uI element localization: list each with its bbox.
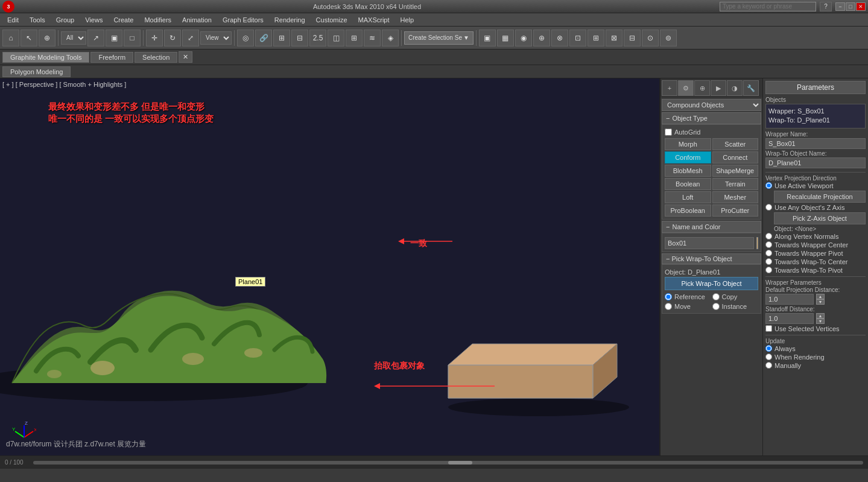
render-btn8[interactable]: ⊠	[606, 30, 622, 46]
render-btn1[interactable]: ▣	[479, 30, 496, 46]
render-btn2[interactable]: ▦	[497, 30, 514, 46]
default-proj-dist-input[interactable]	[765, 294, 814, 305]
use-active-viewport-radio[interactable]	[765, 182, 772, 189]
tab-selection[interactable]: Selection	[135, 52, 177, 63]
tab-graphite[interactable]: Graphite Modeling Tools	[2, 52, 89, 63]
use-selected-vertices-checkbox[interactable]	[765, 325, 772, 332]
minimize-button[interactable]: −	[835, 2, 845, 11]
panel-tab-display[interactable]: ◑	[727, 80, 743, 96]
render-btn9[interactable]: ⊟	[624, 30, 641, 46]
home-btn[interactable]: ⌂	[2, 30, 19, 46]
wrapper-name-input[interactable]	[765, 138, 866, 149]
graph-btn[interactable]: ≋	[364, 30, 381, 46]
help-icon[interactable]: ?	[820, 2, 832, 11]
view-dropdown[interactable]: View	[200, 31, 232, 45]
autogrid-checkbox[interactable]	[665, 128, 672, 136]
menu-tools[interactable]: Tools	[25, 15, 50, 25]
render-btn7[interactable]: ⊞	[588, 30, 604, 46]
viewport[interactable]: [ + ] [ Perspective ] [ Smooth + Highlig…	[0, 78, 660, 455]
menu-maxscript[interactable]: MAXScript	[353, 15, 394, 25]
copy-radio[interactable]	[712, 293, 720, 300]
mesher-button[interactable]: Mesher	[712, 191, 759, 203]
terrain-button[interactable]: Terrain	[712, 178, 759, 190]
color-swatch[interactable]	[756, 237, 758, 249]
panel-tab-create[interactable]: +	[662, 80, 677, 96]
loft-button[interactable]: Loft	[665, 191, 711, 203]
menu-create[interactable]: Create	[109, 15, 138, 25]
statusbar-scrollbar[interactable]	[33, 461, 863, 465]
subtoolbar-close[interactable]: ✕	[179, 51, 192, 63]
tab-polygon-modeling[interactable]: Polygon Modeling	[2, 66, 71, 77]
render-btn11[interactable]: ⊚	[660, 30, 677, 46]
select-region-btn[interactable]: ▣	[106, 30, 122, 46]
menu-edit[interactable]: Edit	[2, 15, 24, 25]
percent-btn[interactable]: 2.5	[309, 30, 326, 46]
default-proj-dist-up[interactable]: ▲	[816, 294, 825, 299]
boolean-button[interactable]: Boolean	[665, 178, 711, 190]
freeform-btn[interactable]: ⊕	[39, 30, 55, 46]
along-vertex-normals-radio[interactable]	[765, 233, 772, 239]
scatter-button[interactable]: Scatter	[712, 138, 759, 150]
towards-wrapper-center-radio[interactable]	[765, 241, 772, 248]
material-btn[interactable]: ◈	[382, 30, 399, 46]
tab-freeform[interactable]: Freeform	[90, 52, 133, 63]
morph-button[interactable]: Morph	[665, 138, 711, 150]
use-any-z-radio[interactable]	[765, 204, 772, 211]
standoff-dist-up[interactable]: ▲	[816, 313, 825, 319]
menu-rendering[interactable]: Rendering	[270, 15, 310, 25]
blobmesh-button[interactable]: BlobMesh	[665, 165, 711, 177]
when-rendering-radio[interactable]	[765, 354, 772, 360]
close-button[interactable]: ✕	[856, 2, 866, 11]
render-btn10[interactable]: ⊙	[642, 30, 659, 46]
align-btn[interactable]: ⊞	[346, 30, 363, 46]
menu-modifiers[interactable]: Modifiers	[139, 15, 176, 25]
select-window-btn[interactable]: □	[124, 30, 141, 46]
panel-tab-utilities[interactable]: 🔧	[743, 80, 759, 96]
maximize-button[interactable]: □	[846, 2, 855, 11]
shapemerge-button[interactable]: ShapeMerge	[712, 165, 759, 177]
name-color-header[interactable]: − Name and Color	[662, 221, 761, 233]
instance-radio[interactable]	[712, 303, 720, 310]
recalculate-btn[interactable]: Recalculate Projection	[774, 191, 866, 203]
connect-button[interactable]: Connect	[712, 151, 759, 163]
pick-wrap-header[interactable]: − Pick Wrap-To Object	[662, 253, 761, 264]
filter-dropdown[interactable]: All	[61, 31, 86, 45]
menu-group[interactable]: Group	[51, 15, 80, 25]
snap2-btn[interactable]: ⊟	[291, 30, 308, 46]
always-radio[interactable]	[765, 345, 772, 352]
rotate-btn[interactable]: ↻	[164, 30, 181, 46]
object-type-header[interactable]: − Object Type	[662, 112, 761, 124]
select-btn[interactable]: ↖	[21, 30, 37, 46]
scrollbar-thumb[interactable]	[448, 461, 472, 465]
proboolean-button[interactable]: ProBoolean	[665, 205, 711, 217]
standoff-dist-input[interactable]	[765, 313, 814, 324]
create-selection-button[interactable]: Create Selection Se ▼	[404, 31, 474, 45]
pivot-btn[interactable]: ◎	[237, 30, 254, 46]
select-arrow-btn[interactable]: ↗	[87, 30, 104, 46]
manually-radio[interactable]	[765, 362, 772, 369]
panel-tab-modify[interactable]: ⚙	[678, 80, 694, 96]
procutter-button[interactable]: ProCutter	[712, 205, 759, 217]
mirror-btn[interactable]: ◫	[328, 30, 344, 46]
menu-views[interactable]: Views	[80, 15, 107, 25]
snap-btn[interactable]: ⊞	[273, 30, 290, 46]
link-btn[interactable]: 🔗	[255, 30, 272, 46]
scale-btn[interactable]: ⤢	[182, 30, 199, 46]
menu-animation[interactable]: Animation	[177, 15, 217, 25]
pick-button[interactable]: Pick Wrap-To Object	[665, 277, 758, 290]
towards-wrapto-center-radio[interactable]	[765, 258, 772, 265]
reference-radio[interactable]	[665, 293, 672, 300]
menu-help[interactable]: Help	[396, 15, 419, 25]
panel-tab-hierarchy[interactable]: ⊕	[694, 80, 710, 96]
move-radio[interactable]	[665, 303, 672, 310]
menu-customize[interactable]: Customize	[311, 15, 352, 25]
conform-button[interactable]: Conform	[665, 151, 711, 163]
default-proj-dist-down[interactable]: ▼	[816, 299, 825, 305]
render-btn6[interactable]: ⊡	[569, 30, 586, 46]
compound-dropdown[interactable]: Compound Objects	[662, 99, 761, 111]
name-input-field[interactable]	[665, 237, 754, 249]
wrapto-name-input[interactable]	[765, 157, 866, 168]
menu-graph-editors[interactable]: Graph Editors	[218, 15, 268, 25]
search-input[interactable]	[720, 2, 816, 11]
move-btn[interactable]: ✛	[146, 30, 163, 46]
